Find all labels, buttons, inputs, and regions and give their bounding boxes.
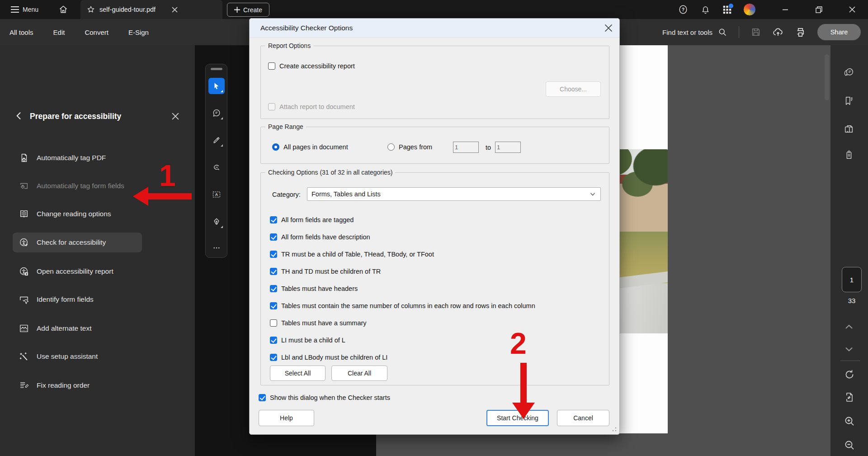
toolbar-convert[interactable]: Convert xyxy=(85,28,108,36)
toolbar-esign[interactable]: E-Sign xyxy=(128,28,149,36)
option-checkbox[interactable] xyxy=(270,337,277,344)
help-icon: ? xyxy=(678,5,688,14)
page-thumbnails-icon[interactable] xyxy=(844,124,854,134)
clear-all-button[interactable]: Clear All xyxy=(331,366,387,381)
upload-cloud-icon[interactable] xyxy=(773,27,783,38)
more-tools[interactable] xyxy=(208,240,225,256)
select-all-button[interactable]: Select All xyxy=(270,366,326,381)
draw-tool[interactable] xyxy=(208,159,225,176)
annotation-arrow-2-shaft xyxy=(520,363,527,404)
check-option-row[interactable]: TR must be a child of Table, THead, TBod… xyxy=(270,251,434,258)
check-option-row[interactable]: TH and TD must be children of TR xyxy=(270,268,381,275)
all-pages-radio[interactable] xyxy=(272,143,279,151)
comment-icon xyxy=(212,109,221,118)
sidebar-item-auto-tag-form-fields[interactable]: Automatically tag form fields xyxy=(13,176,142,196)
sidebar-item-check-accessibility[interactable]: Check for accessibility xyxy=(13,233,142,252)
print-icon[interactable] xyxy=(795,27,806,38)
option-checkbox[interactable] xyxy=(270,302,277,309)
check-option-row[interactable]: Tables must contain the same number of c… xyxy=(270,302,535,309)
close-window-button[interactable] xyxy=(842,0,863,19)
show-dialog-checkbox[interactable] xyxy=(259,394,266,401)
sidebar-item-open-accessibility-report[interactable]: Open accessibility report xyxy=(13,261,142,281)
back-chevron-icon[interactable] xyxy=(14,111,24,120)
drag-handle[interactable] xyxy=(211,68,222,70)
all-pages-radio-row[interactable]: All pages in document xyxy=(272,143,348,151)
avatar[interactable] xyxy=(743,3,756,16)
dialog-close-icon[interactable] xyxy=(604,24,613,33)
current-page-field[interactable]: 1 xyxy=(842,267,862,292)
vertical-scrollbar[interactable] xyxy=(825,54,829,100)
page-to-input[interactable] xyxy=(495,142,521,153)
share-button[interactable]: Share xyxy=(817,24,861,40)
find-tools-button[interactable]: Find text or tools xyxy=(662,28,727,37)
option-checkbox[interactable] xyxy=(270,354,277,361)
page-from-input[interactable] xyxy=(453,142,479,153)
pages-from-radio[interactable] xyxy=(387,143,395,151)
attach-report-checkbox-row[interactable]: Attach report to document xyxy=(268,103,355,110)
zoom-in-icon[interactable] xyxy=(844,416,855,427)
toolbar-all-tools[interactable]: All tools xyxy=(9,28,33,36)
sidebar-item-use-setup-assistant[interactable]: Use setup assistant xyxy=(13,347,142,366)
notifications-button[interactable] xyxy=(701,0,710,19)
panel-close-icon[interactable] xyxy=(172,113,179,120)
sidebar-item-fix-reading-order[interactable]: Fix reading order xyxy=(13,375,142,395)
check-option-row[interactable]: LI must be a child of L xyxy=(270,337,345,344)
sidebar-item-add-alternate-text[interactable]: Add alternate text xyxy=(13,318,142,338)
category-label: Category: xyxy=(272,191,301,198)
fit-page-icon[interactable] xyxy=(844,392,855,403)
reading-order-icon xyxy=(19,380,29,390)
show-dialog-checkbox-row[interactable]: Show this dialog when the Checker starts xyxy=(259,394,390,401)
option-checkbox[interactable] xyxy=(270,319,277,327)
comment-tool[interactable] xyxy=(208,105,225,121)
zoom-out-icon[interactable] xyxy=(844,440,855,451)
choose-button[interactable]: Choose... xyxy=(546,81,601,97)
option-checkbox[interactable] xyxy=(270,233,277,241)
checking-options-legend: Checking Options (31 of 32 in all catego… xyxy=(265,169,395,176)
sidebar-item-auto-tag-pdf[interactable]: Automatically tag PDF xyxy=(13,148,142,168)
resize-grip[interactable] xyxy=(612,427,617,432)
category-dropdown[interactable]: Forms, Tables and Lists xyxy=(307,187,601,201)
rotate-refresh-icon[interactable] xyxy=(844,369,855,380)
tab-close-icon[interactable] xyxy=(172,7,178,13)
select-tool[interactable] xyxy=(208,78,225,94)
document-tab[interactable]: self-guided-tour.pdf xyxy=(80,0,222,19)
book-icon xyxy=(19,209,29,219)
cancel-button[interactable]: Cancel xyxy=(557,410,609,426)
comments-panel-icon[interactable] xyxy=(844,67,854,77)
home-button[interactable] xyxy=(59,0,68,19)
help-button[interactable]: Help xyxy=(259,410,314,426)
previous-page-icon[interactable] xyxy=(844,322,854,332)
option-checkbox[interactable] xyxy=(270,268,277,275)
pages-from-radio-row[interactable]: Pages from xyxy=(387,143,432,151)
next-page-icon[interactable] xyxy=(844,344,854,354)
create-button[interactable]: Create xyxy=(227,3,269,17)
check-option-row[interactable]: Lbl and LBody must be children of LI xyxy=(270,354,387,361)
option-checkbox[interactable] xyxy=(270,216,277,223)
toolbar-edit[interactable]: Edit xyxy=(53,28,65,36)
add-text-tool[interactable]: A xyxy=(208,186,225,203)
apps-button[interactable] xyxy=(722,0,732,19)
quick-tools: A xyxy=(205,64,227,258)
option-checkbox[interactable] xyxy=(270,251,277,258)
menu-button[interactable]: Menu xyxy=(11,0,38,19)
check-option-row[interactable]: All form fields have description xyxy=(270,233,370,241)
tags-panel-icon[interactable] xyxy=(844,150,854,160)
check-option-row[interactable]: Tables must have a summary xyxy=(270,319,367,327)
check-option-row[interactable]: All form fields are tagged xyxy=(270,216,354,223)
sidebar-item-identify-form-fields[interactable]: Identify form fields xyxy=(13,290,142,309)
help-button[interactable]: ? xyxy=(678,0,688,19)
check-option-row[interactable]: Tables must have headers xyxy=(270,285,358,292)
report-options-group: Report Options Create accessibility repo… xyxy=(260,46,609,119)
highlight-tool[interactable] xyxy=(208,132,225,148)
restore-button[interactable] xyxy=(808,0,829,19)
option-label: TH and TD must be children of TR xyxy=(281,268,381,275)
sidebar-item-change-reading-options[interactable]: Change reading options xyxy=(13,204,142,224)
bookmarks-panel-icon[interactable] xyxy=(844,96,854,106)
sign-tool[interactable] xyxy=(208,214,225,230)
save-icon[interactable] xyxy=(751,27,761,37)
create-report-checkbox[interactable] xyxy=(268,62,275,70)
option-checkbox[interactable] xyxy=(270,285,277,292)
create-report-checkbox-row[interactable]: Create accessibility report xyxy=(268,62,355,70)
attach-report-checkbox[interactable] xyxy=(268,103,275,110)
minimize-button[interactable] xyxy=(775,0,796,19)
